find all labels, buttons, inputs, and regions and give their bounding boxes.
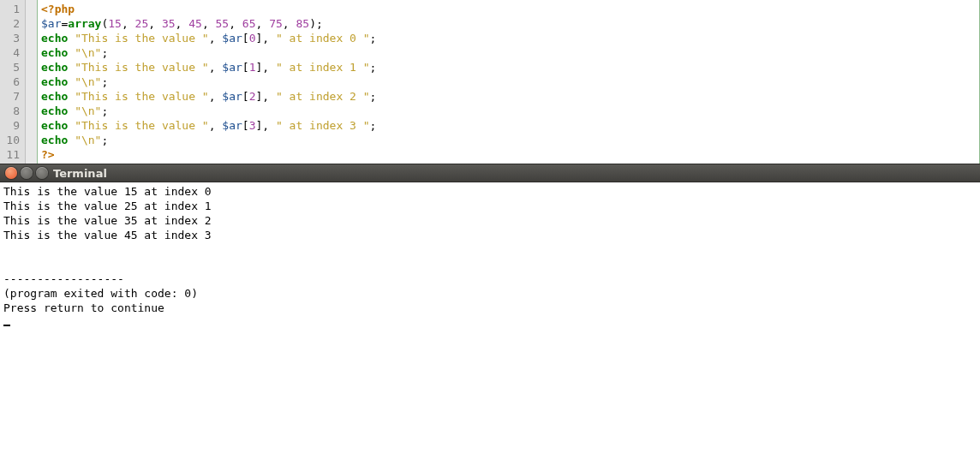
terminal-line: Press return to continue <box>3 301 977 315</box>
terminal-line: This is the value 35 at index 2 <box>3 213 977 228</box>
code-line[interactable]: echo "This is the value ", $ar[1], " at … <box>41 60 976 75</box>
code-line[interactable]: echo "\n"; <box>41 104 976 118</box>
line-number: 11 <box>3 147 20 162</box>
line-number: 6 <box>3 75 20 89</box>
window-buttons <box>5 167 48 179</box>
terminal-line <box>3 242 977 257</box>
terminal-output[interactable]: This is the value 15 at index 0 This is … <box>0 182 980 465</box>
maximize-icon[interactable] <box>36 167 48 179</box>
terminal-cursor <box>3 315 977 330</box>
line-number: 5 <box>3 60 20 75</box>
line-number: 7 <box>3 89 20 104</box>
terminal-line: This is the value 15 at index 0 <box>3 184 977 199</box>
code-line[interactable]: echo "This is the value ", $ar[3], " at … <box>41 118 976 133</box>
line-number-gutter: 1234567891011 <box>0 0 26 164</box>
code-area[interactable]: <?php$ar=array(15, 25, 35, 45, 55, 65, 7… <box>38 0 979 164</box>
terminal-line: This is the value 25 at index 1 <box>3 199 977 213</box>
terminal-line: ------------------ <box>3 271 977 286</box>
code-line[interactable]: $ar=array(15, 25, 35, 45, 55, 65, 75, 85… <box>41 16 976 31</box>
line-number: 10 <box>3 133 20 147</box>
code-line[interactable]: echo "This is the value ", $ar[2], " at … <box>41 89 976 104</box>
line-number: 3 <box>3 31 20 45</box>
terminal-line: (program exited with code: 0) <box>3 286 977 301</box>
line-number: 2 <box>3 16 20 31</box>
code-line[interactable]: echo "\n"; <box>41 45 976 60</box>
close-icon[interactable] <box>5 167 17 179</box>
line-number: 4 <box>3 45 20 60</box>
line-number: 9 <box>3 118 20 133</box>
code-line[interactable]: echo "\n"; <box>41 75 976 89</box>
minimize-icon[interactable] <box>21 167 33 179</box>
line-number: 8 <box>3 104 20 118</box>
code-line[interactable]: echo "This is the value ", $ar[0], " at … <box>41 31 976 45</box>
code-editor[interactable]: 1234567891011 <?php$ar=array(15, 25, 35,… <box>0 0 980 164</box>
terminal-line: This is the value 45 at index 3 <box>3 228 977 242</box>
terminal-titlebar: Terminal <box>0 164 980 182</box>
code-line[interactable]: <?php <box>41 2 976 16</box>
terminal-title: Terminal <box>53 167 107 180</box>
fold-margin <box>26 0 38 164</box>
line-number: 1 <box>3 2 20 16</box>
code-line[interactable]: ?> <box>41 147 976 162</box>
code-line[interactable]: echo "\n"; <box>41 133 976 147</box>
terminal-line <box>3 257 977 271</box>
